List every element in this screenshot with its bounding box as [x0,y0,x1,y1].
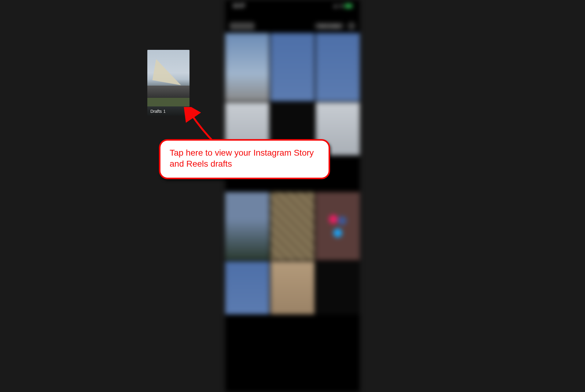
annotation-callout: Tap here to view your Instagram Story an… [159,139,330,179]
gallery-thumb [270,261,315,314]
status-bar: 12:27 ▲ ● [225,0,360,10]
gallery-thumb [225,192,269,260]
callout-text: Tap here to view your Instagram Story an… [170,148,314,168]
gallery-thumb [316,261,360,314]
signal-icon: ● [340,3,343,9]
drafts-tile-image [147,98,189,106]
battery-icon [344,4,352,8]
drafts-tile[interactable]: Drafts 1 [147,50,189,116]
drafts-label: Drafts 1 [150,109,166,114]
gallery-thumb [225,261,269,314]
drafts-tile-image [147,86,189,98]
gallery-thumb [225,33,269,101]
phone-screenshot-blurred: 12:27 ▲ ● Reels Select multiple [225,0,360,392]
wifi-icon: ▲ [333,3,338,9]
status-time: 12:27 [233,3,245,9]
gallery-thumb [270,33,315,101]
camera-icon [348,22,355,30]
drafts-label-text: Drafts [150,109,162,114]
gallery-grid-top [225,33,360,101]
drafts-count: 1 [163,109,166,114]
gallery-thumb [316,33,360,101]
gallery-thumb [270,192,315,260]
gallery-grid-bottom [225,192,360,314]
gallery-header: Reels Select multiple [225,10,360,33]
select-multiple-pill: Select multiple [315,23,344,29]
header-title: Reels [230,22,255,30]
gallery-thumb [316,192,360,260]
